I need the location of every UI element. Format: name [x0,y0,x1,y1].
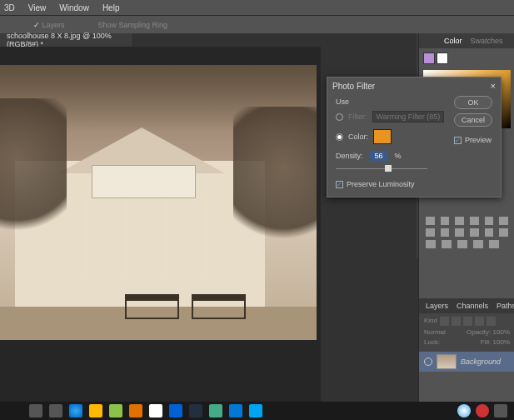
filter-shape-icon[interactable] [475,317,484,326]
blend-mode-select[interactable]: Normal [424,328,446,336]
visibility-eye-icon[interactable] [424,358,432,366]
preview-checkbox[interactable]: ✓ [454,137,462,144]
tab-color[interactable]: Color [444,37,462,45]
layers-panel: Layers Channels Paths Kind Normal Opacit… [419,298,514,372]
app-menubar: 3D View Window Help [0,0,514,15]
filter-adj-icon[interactable] [452,317,461,326]
photoshop-icon[interactable] [249,404,262,418]
tab-paths[interactable]: Paths [497,302,514,310]
adj-curves-icon[interactable] [455,217,464,225]
tray-chevron-icon[interactable] [494,404,507,418]
adj-levels-icon[interactable] [441,217,450,225]
dialog-title: Photo Filter [332,82,375,91]
document-canvas[interactable] [0,65,317,340]
slider-thumb[interactable] [385,165,392,172]
tab-swatches[interactable]: Swatches [471,37,503,45]
density-input[interactable]: 56 [370,151,388,161]
app-icon[interactable] [109,404,122,418]
explorer-icon[interactable] [89,404,102,418]
edge-icon[interactable] [69,404,82,418]
options-bar: Layers Show Sampling Ring [0,15,514,33]
adj-exposure-icon[interactable] [470,217,479,225]
density-suffix: % [395,152,402,160]
adj-bw-icon[interactable] [455,228,464,237]
density-label: Density: [336,152,363,160]
layer-filter-kind: Kind [424,317,437,326]
option-sampling-ring[interactable]: Show Sampling Ring [98,21,168,29]
tab-channels[interactable]: Channels [457,302,488,310]
adjustments-panel [419,212,514,256]
adj-icon[interactable] [489,240,499,248]
preserve-luminosity-checkbox[interactable]: ✓ [336,181,343,188]
adj-icon[interactable] [485,217,494,225]
lock-controls[interactable]: Lock: [424,338,440,346]
adj-vibrance-icon[interactable] [426,228,435,237]
menu-3d[interactable]: 3D [4,3,15,12]
color-radio-label: Color: [348,132,368,141]
taskview-icon[interactable] [49,404,62,418]
canvas-area [0,47,321,405]
app-icon[interactable] [149,404,162,418]
document-tab[interactable]: schoolhouse 8 X 8.jpg @ 100% (RGB/8#) * [0,33,133,47]
foreground-swatch[interactable] [423,52,435,64]
adj-threshold-icon[interactable] [457,240,467,248]
preserve-luminosity-label: Preserve Luminosity [347,180,415,188]
amazon-icon[interactable] [189,404,202,418]
menu-window[interactable]: Window [59,3,89,12]
tray-icon[interactable] [476,404,489,418]
background-swatch[interactable] [437,52,448,64]
adj-brightness-icon[interactable] [426,217,435,225]
color-radio[interactable] [336,133,343,141]
layer-row-background[interactable]: Background [419,352,514,372]
layer-thumbnail[interactable] [437,354,457,369]
adj-gradmap-icon[interactable] [473,240,483,248]
dropbox-icon[interactable] [169,404,182,418]
photo-filter-dialog: Photo Filter × OK Cancel ✓ Preview Use F… [327,77,502,198]
cancel-button[interactable]: Cancel [454,113,492,127]
menu-help[interactable]: Help [102,3,120,12]
option-layers[interactable]: Layers [33,21,65,29]
color-swatch[interactable] [373,129,392,144]
adj-invert-icon[interactable] [426,240,436,248]
adj-posterize-icon[interactable] [442,240,452,248]
search-icon[interactable] [29,404,42,418]
filter-pixel-icon[interactable] [440,317,449,326]
filter-radio-label: Filter: [348,112,367,121]
layer-name: Background [461,358,501,366]
filter-dropdown[interactable]: Warming Filter (85) [372,111,445,122]
ok-button[interactable]: OK [454,96,492,109]
filter-smart-icon[interactable] [487,317,496,326]
windows-taskbar [0,402,514,420]
close-icon[interactable]: × [491,81,496,91]
filter-type-icon[interactable] [463,317,472,326]
filter-radio[interactable] [336,113,343,121]
tray-icon[interactable] [457,404,471,418]
adj-hue-icon[interactable] [441,228,450,237]
density-slider[interactable] [336,165,427,173]
adj-icon[interactable] [499,228,508,237]
app-icon[interactable] [209,404,222,418]
app-icon[interactable] [129,404,142,418]
preview-label: Preview [465,136,492,144]
tab-layers[interactable]: Layers [426,302,448,310]
adj-icon[interactable] [499,217,508,225]
adj-photofilter-icon[interactable] [470,228,479,237]
menu-view[interactable]: View [28,3,47,12]
adj-icon[interactable] [485,228,494,237]
mail-icon[interactable] [229,404,242,418]
